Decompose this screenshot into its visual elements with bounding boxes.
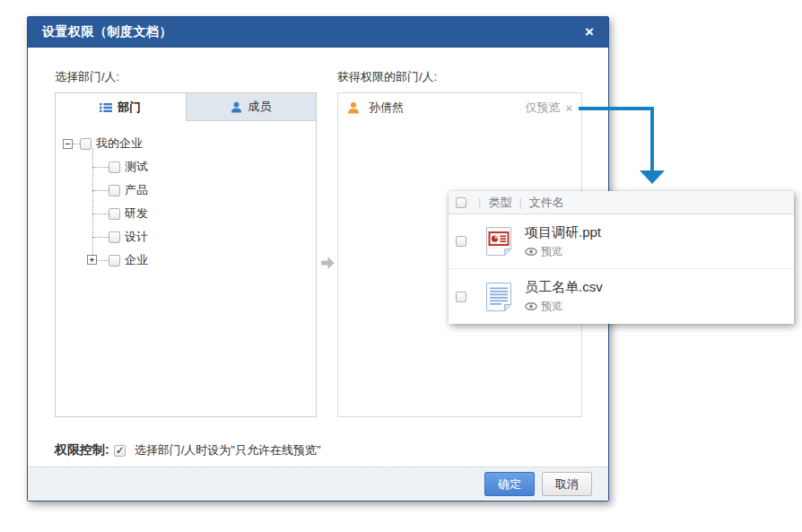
- tree-node-label[interactable]: 我的企业: [96, 135, 143, 152]
- preview-only-checkbox[interactable]: [114, 445, 126, 457]
- preview-action[interactable]: 预览: [525, 299, 603, 314]
- eye-icon: [525, 248, 537, 256]
- tree-node: 设计: [92, 225, 316, 249]
- annotation-arrowhead-icon: [640, 170, 665, 184]
- tree-node-root: − 我的企业: [63, 132, 316, 155]
- file-list-panel: | 类型 | 文件名 项目调研.ppt 预览: [449, 191, 794, 324]
- person-icon: [231, 101, 242, 113]
- eye-icon: [525, 302, 537, 310]
- dialog-titlebar: 设置权限（制度文档） ×: [28, 17, 608, 48]
- permission-control-text: 选择部门/人时设为"只允许在线预览": [135, 442, 321, 458]
- tree-node: + 企业: [92, 249, 316, 272]
- file-list-header: | 类型 | 文件名: [449, 191, 794, 214]
- preview-label: 预览: [541, 244, 562, 259]
- permission-control-label: 权限控制:: [55, 442, 109, 458]
- collapse-icon[interactable]: −: [63, 139, 73, 149]
- cancel-button[interactable]: 取消: [542, 472, 592, 496]
- granted-user-row: 孙倩然 仅预览 ×: [338, 93, 581, 122]
- column-header-filename: 文件名: [529, 195, 564, 211]
- list-icon: [100, 102, 112, 113]
- dialog-title: 设置权限（制度文档）: [42, 24, 172, 40]
- department-tree-panel: 部门 成员 − 我的企业 测试: [55, 92, 317, 417]
- checkbox-node[interactable]: [109, 231, 120, 243]
- tab-bar: 部门 成员: [56, 93, 316, 121]
- file-row: 项目调研.ppt 预览: [449, 214, 794, 269]
- select-department-label: 选择部门/人:: [55, 69, 119, 85]
- file-checkbox[interactable]: [456, 236, 466, 247]
- checkbox-node[interactable]: [109, 161, 120, 173]
- tree-connector: [92, 237, 109, 238]
- tree-connector: [92, 190, 109, 191]
- granted-label: 获得权限的部门/人:: [337, 69, 437, 85]
- tree-node: 测试: [92, 155, 316, 179]
- tab-departments-label: 部门: [118, 100, 141, 116]
- file-row: 员工名单.csv 预览: [449, 269, 794, 324]
- tree-node-label[interactable]: 研发: [125, 205, 148, 222]
- annotation-arrow-vertical: [650, 107, 654, 170]
- remove-icon[interactable]: ×: [565, 101, 572, 115]
- person-icon: [347, 101, 360, 114]
- checkbox-node[interactable]: [109, 185, 120, 196]
- tree-node: 产品: [92, 179, 316, 202]
- column-separator: |: [478, 196, 481, 209]
- permission-badge: 仅预览: [525, 100, 560, 116]
- file-checkbox[interactable]: [456, 292, 466, 302]
- ppt-file-icon: [484, 226, 514, 257]
- checkbox-root[interactable]: [80, 138, 92, 150]
- tree-node-label[interactable]: 产品: [125, 182, 148, 198]
- checkbox-node[interactable]: [109, 208, 120, 220]
- tree-node: 研发: [92, 202, 316, 225]
- preview-action[interactable]: 预览: [525, 244, 601, 259]
- tree-connector: [73, 144, 80, 144]
- annotation-arrow-horizontal: [579, 107, 654, 110]
- tree-children: 测试 产品 研发 设计 +: [92, 155, 316, 272]
- file-meta: 项目调研.ppt 预览: [525, 224, 601, 259]
- csv-file-icon: [484, 282, 514, 312]
- tab-departments[interactable]: 部门: [56, 93, 186, 121]
- tree-connector: [92, 167, 109, 168]
- tab-members-label: 成员: [248, 99, 271, 115]
- granted-user-name: 孙倩然: [369, 100, 404, 116]
- column-header-type: 类型: [488, 195, 511, 211]
- expand-icon[interactable]: +: [87, 255, 97, 265]
- file-name[interactable]: 员工名单.csv: [525, 279, 603, 296]
- preview-label: 预览: [541, 299, 562, 314]
- column-separator: |: [519, 196, 521, 209]
- department-tree: − 我的企业 测试 产品 研发: [56, 121, 316, 272]
- tree-node-label[interactable]: 企业: [125, 252, 148, 268]
- tab-members[interactable]: 成员: [186, 93, 317, 121]
- tree-node-label[interactable]: 设计: [125, 229, 148, 245]
- close-icon[interactable]: ×: [585, 24, 594, 39]
- file-name[interactable]: 项目调研.ppt: [525, 224, 601, 241]
- permission-control-row: 权限控制: 选择部门/人时设为"只允许在线预览": [55, 442, 321, 458]
- ok-button[interactable]: 确定: [484, 472, 535, 496]
- move-right-icon[interactable]: [319, 256, 336, 270]
- tree-node-label[interactable]: 测试: [125, 159, 148, 175]
- select-all-checkbox[interactable]: [456, 197, 466, 208]
- checkbox-node[interactable]: [109, 255, 120, 266]
- tree-connector: [92, 214, 109, 214]
- file-meta: 员工名单.csv 预览: [525, 279, 603, 314]
- dialog-footer: 确定 取消: [28, 467, 608, 501]
